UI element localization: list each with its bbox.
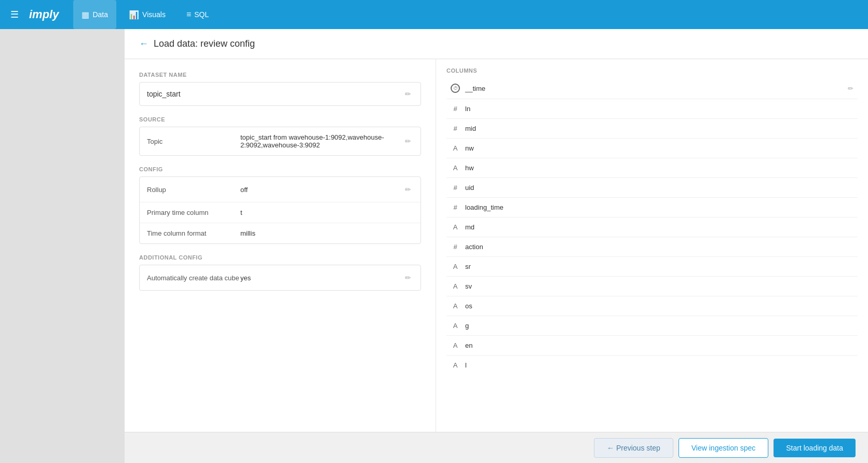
column-name-os: os	[465, 302, 853, 310]
column-name-ln: ln	[465, 105, 853, 113]
config-rollup-key: Rollup	[147, 186, 240, 194]
nav-data[interactable]: ▦ Data	[73, 0, 116, 29]
number-type-icon: #	[451, 105, 460, 113]
additional-config-value: yes	[240, 274, 403, 282]
brand-logo: imply	[27, 8, 65, 21]
main-layout: ← Load data: review config DATASET NAME …	[0, 29, 868, 463]
config-rollup-value: off	[240, 186, 403, 194]
number-type-icon: #	[451, 125, 460, 132]
column-edit-icon-time[interactable]: ✏	[848, 85, 853, 92]
config-row-rollup: Rollup off ✏	[140, 177, 421, 202]
string-type-icon: A	[451, 361, 460, 369]
column-name-mid: mid	[465, 125, 853, 132]
dataset-name-value: topic_start	[147, 90, 403, 98]
data-icon: ▦	[82, 10, 89, 20]
column-item: A l	[446, 356, 858, 375]
sql-icon: ≡	[186, 10, 191, 19]
string-type-icon: A	[451, 302, 460, 310]
column-item: A en	[446, 336, 858, 356]
config-label: CONFIG	[139, 166, 421, 172]
config-primary-time-key: Primary time column	[147, 209, 240, 216]
source-box: Topic topic_start from wavehouse-1:9092,…	[139, 127, 421, 156]
number-type-icon: #	[451, 203, 460, 211]
config-primary-time-value: t	[240, 209, 413, 216]
footer: ← Previous step View ingestion spec Star…	[125, 432, 868, 463]
page-title: Load data: review config	[154, 38, 255, 49]
top-nav: ☰ imply ▦ Data 📊 Visuals ≡ SQL	[0, 0, 868, 29]
additional-config-row: Automatically create data cube yes ✏	[140, 265, 421, 290]
column-name-md: md	[465, 223, 853, 231]
column-item: A g	[446, 316, 858, 336]
start-loading-button[interactable]: Start loading data	[774, 439, 856, 457]
right-column: COLUMNS ⏱ __time ✏ # ln # mid	[436, 59, 868, 432]
column-name-l: l	[465, 361, 853, 369]
column-item: A sv	[446, 277, 858, 296]
column-name-time: __time	[465, 85, 843, 92]
page-header: ← Load data: review config	[125, 29, 868, 59]
column-name-uid: uid	[465, 184, 853, 192]
column-item: A sr	[446, 257, 858, 277]
string-type-icon: A	[451, 144, 460, 152]
back-button[interactable]: ←	[139, 38, 148, 49]
source-key: Topic	[147, 138, 240, 145]
string-type-icon: A	[451, 223, 460, 231]
columns-header: COLUMNS	[446, 67, 858, 74]
string-type-icon: A	[451, 322, 460, 330]
column-item: A hw	[446, 158, 858, 178]
number-type-icon: #	[451, 243, 460, 251]
config-row-time-format: Time column format millis	[140, 223, 421, 243]
dataset-name-box: topic_start ✏	[139, 82, 421, 106]
column-name-sr: sr	[465, 263, 853, 270]
additional-config-box: Automatically create data cube yes ✏	[139, 265, 421, 291]
nav-sql[interactable]: ≡ SQL	[178, 0, 217, 29]
dataset-name-label: DATASET NAME	[139, 72, 421, 78]
column-name-g: g	[465, 322, 853, 330]
config-rollup-edit-icon[interactable]: ✏	[403, 183, 413, 196]
config-time-format-value: millis	[240, 229, 413, 237]
number-type-icon: #	[451, 184, 460, 192]
nav-visuals[interactable]: 📊 Visuals	[120, 0, 174, 29]
column-name-action: action	[465, 243, 853, 251]
column-item: # ln	[446, 99, 858, 119]
time-type-icon: ⏱	[451, 84, 460, 93]
column-name-loading-time: loading_time	[465, 203, 853, 211]
column-name-nw: nw	[465, 144, 853, 152]
dataset-name-edit-icon[interactable]: ✏	[403, 88, 413, 100]
source-value: topic_start from wavehouse-1:9092,waveho…	[240, 133, 403, 149]
column-item: A os	[446, 296, 858, 316]
string-type-icon: A	[451, 342, 460, 349]
additional-config-label: ADDITIONAL CONFIG	[139, 254, 421, 261]
source-edit-icon[interactable]: ✏	[403, 135, 413, 147]
column-item: A md	[446, 217, 858, 237]
string-type-icon: A	[451, 282, 460, 290]
sidebar	[0, 29, 125, 463]
column-name-hw: hw	[465, 164, 853, 172]
additional-config-edit-icon[interactable]: ✏	[403, 271, 413, 284]
config-row-primary-time: Primary time column t	[140, 202, 421, 223]
column-item: A nw	[446, 139, 858, 158]
hamburger-icon[interactable]: ☰	[6, 5, 23, 24]
string-type-icon: A	[451, 164, 460, 172]
left-column: DATASET NAME topic_start ✏ SOURCE Topic …	[125, 59, 436, 432]
visuals-icon: 📊	[129, 10, 139, 20]
column-item: # loading_time	[446, 198, 858, 217]
additional-config-key: Automatically create data cube	[147, 274, 240, 282]
string-type-icon: A	[451, 263, 460, 270]
column-item: # action	[446, 237, 858, 257]
body-columns: DATASET NAME topic_start ✏ SOURCE Topic …	[125, 59, 868, 432]
previous-step-button[interactable]: ← Previous step	[594, 438, 673, 458]
view-ingestion-spec-button[interactable]: View ingestion spec	[679, 438, 768, 458]
column-item: ⏱ __time ✏	[446, 78, 858, 99]
column-name-en: en	[465, 342, 853, 349]
config-box: Rollup off ✏ Primary time column t Time …	[139, 176, 421, 244]
column-item: # uid	[446, 178, 858, 198]
column-item: # mid	[446, 119, 858, 139]
source-row: Topic topic_start from wavehouse-1:9092,…	[140, 127, 421, 155]
source-label: SOURCE	[139, 116, 421, 122]
content-area: ← Load data: review config DATASET NAME …	[125, 29, 868, 463]
config-time-format-key: Time column format	[147, 229, 240, 237]
column-name-sv: sv	[465, 282, 853, 290]
